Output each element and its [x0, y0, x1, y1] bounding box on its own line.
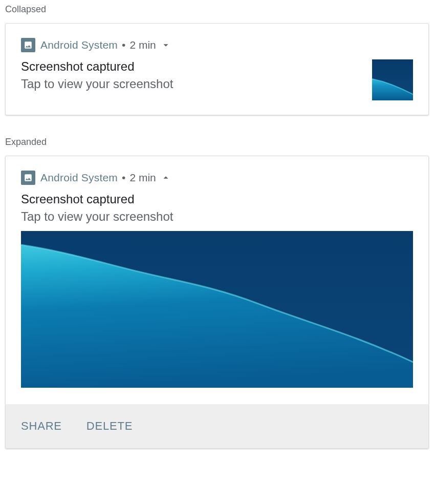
action-bar: Share Delete — [6, 404, 428, 448]
app-name: Android System — [40, 39, 118, 51]
expanded-section-label: Expanded — [5, 137, 429, 148]
collapsed-section-label: Collapsed — [5, 4, 429, 15]
separator: • — [122, 39, 125, 51]
screenshot-thumbnail — [372, 59, 413, 100]
notification-subtitle: Tap to view your screenshot — [21, 77, 362, 91]
notification-text: Screenshot captured Tap to view your scr… — [21, 59, 362, 91]
share-button[interactable]: Share — [21, 419, 62, 433]
timestamp: 2 min — [129, 172, 156, 184]
image-icon — [21, 171, 35, 185]
notification-body: Screenshot captured Tap to view your scr… — [6, 59, 428, 115]
notification-text: Screenshot captured Tap to view your scr… — [21, 192, 413, 224]
notification-body: Screenshot captured Tap to view your scr… — [6, 192, 428, 388]
notification-title: Screenshot captured — [21, 192, 413, 206]
app-name: Android System — [40, 172, 118, 184]
delete-button[interactable]: Delete — [86, 419, 133, 433]
timestamp: 2 min — [129, 39, 156, 51]
notification-header: Android System • 2 min — [6, 156, 428, 192]
screenshot-large-image — [21, 231, 413, 388]
separator: • — [122, 172, 125, 184]
image-icon — [21, 38, 35, 52]
notification-header: Android System • 2 min — [6, 24, 428, 59]
notification-subtitle: Tap to view your screenshot — [21, 209, 413, 224]
chevron-down-icon[interactable] — [160, 39, 171, 51]
notification-title: Screenshot captured — [21, 59, 362, 74]
notification-card-expanded[interactable]: Android System • 2 min Screenshot captur… — [5, 156, 429, 449]
notification-card-collapsed[interactable]: Android System • 2 min Screenshot captur… — [5, 23, 429, 115]
chevron-up-icon[interactable] — [160, 172, 171, 183]
